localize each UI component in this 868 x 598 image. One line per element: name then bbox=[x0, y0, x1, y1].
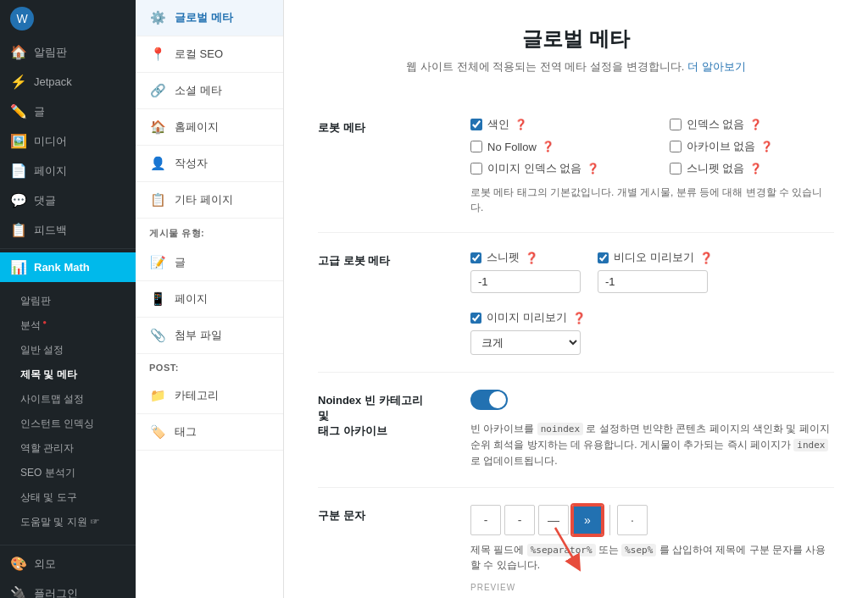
noindex-archive-description: 빈 아카이브를 noindex 로 설정하면 빈약한 콘텐츠 페이지의 색인화 … bbox=[470, 421, 834, 470]
preview-section: PREVIEW Post Title » 신난 고양이 이캣 ECAT! htt… bbox=[470, 583, 834, 598]
sidebar-item-label: 글 bbox=[34, 104, 45, 119]
page-title: 글로벌 메타 bbox=[318, 25, 834, 53]
cb-image-label: 이미지 미리보기 bbox=[487, 310, 567, 325]
sidebar-item-dashboard[interactable]: 🏠 알림판 bbox=[0, 37, 136, 67]
cb-noarchive-checkbox[interactable] bbox=[670, 141, 682, 152]
rm-nav-tags[interactable]: 🏷️ 태그 bbox=[136, 414, 283, 451]
cb-noindex-item: 인덱스 없음 ❓ bbox=[670, 117, 835, 132]
rm-sub-instant-indexing[interactable]: 인스턴트 인덱싱 bbox=[0, 412, 136, 436]
sidebar-item-posts[interactable]: ✏️ 글 bbox=[0, 97, 136, 126]
cb-snippet-checkbox[interactable] bbox=[470, 252, 481, 263]
rm-nav-global-meta[interactable]: ⚙️ 글로벌 메타 bbox=[136, 0, 283, 36]
cb-nosnippet-checkbox[interactable] bbox=[670, 163, 682, 174]
nav-pages-icon: 📱 bbox=[149, 291, 166, 307]
adv-snippet-header: 스니펫 ❓ bbox=[470, 250, 581, 265]
noindex-archive-content: 빈 아카이브를 noindex 로 설정하면 빈약한 콘텐츠 페이지의 색인화 … bbox=[470, 390, 834, 470]
rm-sub-analytics[interactable]: 분석 bbox=[0, 313, 136, 338]
content-panel: 글로벌 메타 웹 사이트 전체에 적용되는 전역 메타 설정을 변경합니다. 더… bbox=[284, 0, 868, 598]
homepage-icon: 🏠 bbox=[149, 119, 166, 135]
noindex-toggle[interactable] bbox=[470, 390, 508, 410]
cb-noarchive-label: 아카이브 없음 bbox=[687, 139, 756, 154]
help-icon-noarchive: ❓ bbox=[760, 141, 773, 152]
sidebar-item-label: 페이지 bbox=[34, 163, 67, 179]
robot-meta-label: 로봇 메타 bbox=[318, 117, 437, 136]
local-seo-icon: 📍 bbox=[149, 47, 166, 62]
rm-nav-posts[interactable]: 📝 글 bbox=[136, 245, 283, 281]
sidebar-item-appearance[interactable]: 🎨 외모 bbox=[0, 549, 136, 579]
cb-index-checkbox[interactable] bbox=[470, 119, 482, 130]
rm-sub-seo-analyzer[interactable]: SEO 분석기 bbox=[0, 461, 136, 485]
more-link[interactable]: 더 알아보기 bbox=[687, 60, 746, 73]
cb-video-label: 비디오 미리보기 bbox=[614, 250, 694, 265]
dashboard-icon: 🏠 bbox=[10, 44, 27, 60]
rm-nav-social-meta[interactable]: 🔗 소셜 메타 bbox=[136, 73, 283, 109]
rm-nav-other-pages[interactable]: 📋 기타 페이지 bbox=[136, 182, 283, 219]
help-icon-index: ❓ bbox=[515, 119, 527, 130]
sep-btn-hyphen2[interactable]: - bbox=[504, 505, 535, 535]
sidebar-item-label: 외모 bbox=[34, 556, 56, 572]
sidebar-item-media[interactable]: 🖼️ 미디어 bbox=[0, 126, 136, 156]
rm-nav-pages-pt[interactable]: 📱 페이지 bbox=[136, 281, 283, 318]
rm-sub-title-meta[interactable]: 제목 및 메타 bbox=[0, 363, 136, 387]
nav-tags-icon: 🏷️ bbox=[149, 424, 166, 440]
sep-btn-middledot[interactable]: · bbox=[617, 505, 648, 535]
rm-nav-attachment[interactable]: 📎 첨부 파일 bbox=[136, 318, 283, 354]
rm-sub-role-manager[interactable]: 역할 관리자 bbox=[0, 436, 136, 461]
posts-icon: ✏️ bbox=[10, 103, 27, 119]
sep-btn-hyphen1[interactable]: - bbox=[470, 505, 501, 535]
sep-btn-emdash[interactable]: — bbox=[538, 505, 569, 535]
preview-label: PREVIEW bbox=[470, 583, 834, 592]
help-icon-snippet: ❓ bbox=[525, 252, 538, 264]
rm-sub-general[interactable]: 일반 설정 bbox=[0, 338, 136, 363]
video-input[interactable] bbox=[598, 270, 708, 293]
cb-nofollow-item: No Follow ❓ bbox=[470, 139, 636, 154]
cb-nosnippet-label: 스니펫 없음 bbox=[687, 161, 745, 176]
cb-nofollow-checkbox[interactable] bbox=[470, 141, 482, 152]
rm-nav-label: 로컬 SEO bbox=[175, 47, 223, 62]
rm-nav-label: 페이지 bbox=[175, 291, 208, 307]
separator-buttons: - - — » · bbox=[470, 505, 834, 535]
cb-noarchive-item: 아카이브 없음 ❓ bbox=[670, 139, 835, 154]
plugins-icon: 🔌 bbox=[10, 585, 27, 598]
cb-snippet-label: 스니펫 bbox=[487, 250, 520, 265]
sidebar-divider-2 bbox=[0, 545, 136, 545]
rm-nav-label: 홈페이지 bbox=[175, 119, 219, 135]
rm-sub-dashboard[interactable]: 알림판 bbox=[0, 289, 136, 313]
help-icon-noindex: ❓ bbox=[749, 119, 762, 130]
help-icon-image: ❓ bbox=[572, 312, 586, 324]
rank-math-submenu: 알림판 분석 일반 설정 제목 및 메타 사이트맵 설정 인스턴트 인덱싱 역할… bbox=[0, 282, 136, 541]
rank-math-header[interactable]: 📊 Rank Math bbox=[0, 252, 136, 282]
rm-nav-author[interactable]: 👤 작성자 bbox=[136, 146, 283, 182]
cb-video-checkbox[interactable] bbox=[598, 252, 609, 263]
rank-math-label: Rank Math bbox=[34, 261, 90, 274]
advanced-robot-meta-row: 고급 로봇 메타 스니펫 ❓ 비디오 미리보기 bbox=[318, 233, 834, 373]
sep-btn-guillemet[interactable]: » bbox=[572, 505, 603, 535]
cb-noindex-checkbox[interactable] bbox=[670, 119, 682, 130]
sidebar-item-jetpack[interactable]: ⚡ Jetpack bbox=[0, 67, 136, 97]
author-icon: 👤 bbox=[149, 156, 166, 171]
help-icon-nofollow: ❓ bbox=[542, 141, 554, 152]
sidebar-item-feedback[interactable]: 📋 피드백 bbox=[0, 215, 136, 245]
rm-sub-status[interactable]: 상태 및 도구 bbox=[0, 485, 136, 510]
snippet-input[interactable] bbox=[470, 270, 581, 293]
cb-noimageindex-checkbox[interactable] bbox=[470, 163, 482, 174]
nav-category-icon: 📁 bbox=[149, 388, 166, 403]
subtitle-text: 웹 사이트 전체에 적용되는 전역 메타 설정을 변경합니다. bbox=[406, 60, 684, 73]
noindex-archive-row: Noindex 빈 카테고리 및태그 아카이브 빈 아카이브를 noindex … bbox=[318, 373, 834, 488]
sidebar-item-pages[interactable]: 📄 페이지 bbox=[0, 156, 136, 185]
sidebar-item-comments[interactable]: 💬 댓글 bbox=[0, 185, 136, 215]
rm-sub-help[interactable]: 도움말 및 지원 ☞ bbox=[0, 510, 136, 534]
adv-video-header: 비디오 미리보기 ❓ bbox=[598, 250, 713, 265]
cb-image-checkbox[interactable] bbox=[470, 313, 481, 324]
rm-sub-sitemap[interactable]: 사이트맵 설정 bbox=[0, 387, 136, 412]
separator-content: - - — » · 제목 필드에 %separator% 또는 %sep% 를 … bbox=[470, 505, 834, 598]
cb-index-item: 색인 ❓ bbox=[470, 117, 636, 132]
rm-nav-local-seo[interactable]: 📍 로컬 SEO bbox=[136, 36, 283, 73]
advanced-meta-label: 고급 로봇 메타 bbox=[318, 250, 437, 269]
rm-nav-category[interactable]: 📁 카테고리 bbox=[136, 378, 283, 414]
sidebar-item-plugins[interactable]: 🔌 플러그인 bbox=[0, 579, 136, 598]
advanced-meta-content: 스니펫 ❓ 비디오 미리보기 ❓ bbox=[470, 250, 834, 355]
rm-nav-homepage[interactable]: 🏠 홈페이지 bbox=[136, 109, 283, 146]
media-icon: 🖼️ bbox=[10, 133, 27, 149]
image-preview-select[interactable]: 크게 없음 기본 최대 bbox=[470, 330, 581, 355]
